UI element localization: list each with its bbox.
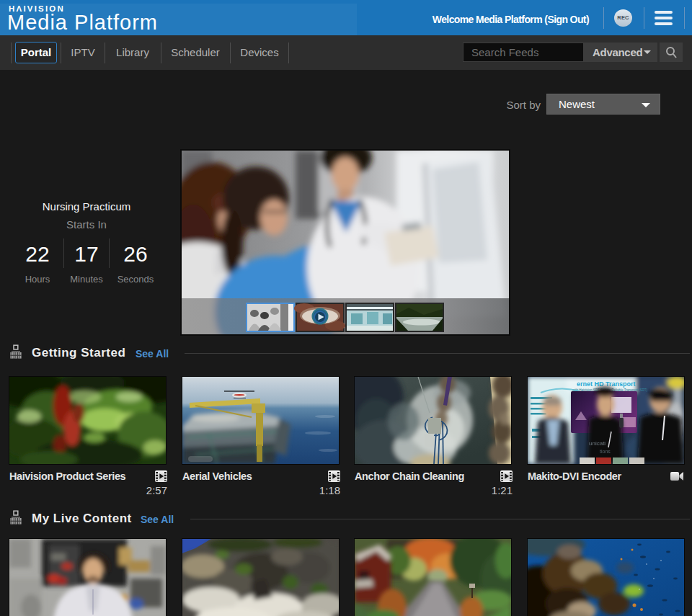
svg-text:tions: tions — [600, 449, 611, 454]
svg-text:unicati: unicati — [589, 440, 606, 447]
svg-text:ernet HD Transport: ernet HD Transport — [577, 380, 636, 388]
